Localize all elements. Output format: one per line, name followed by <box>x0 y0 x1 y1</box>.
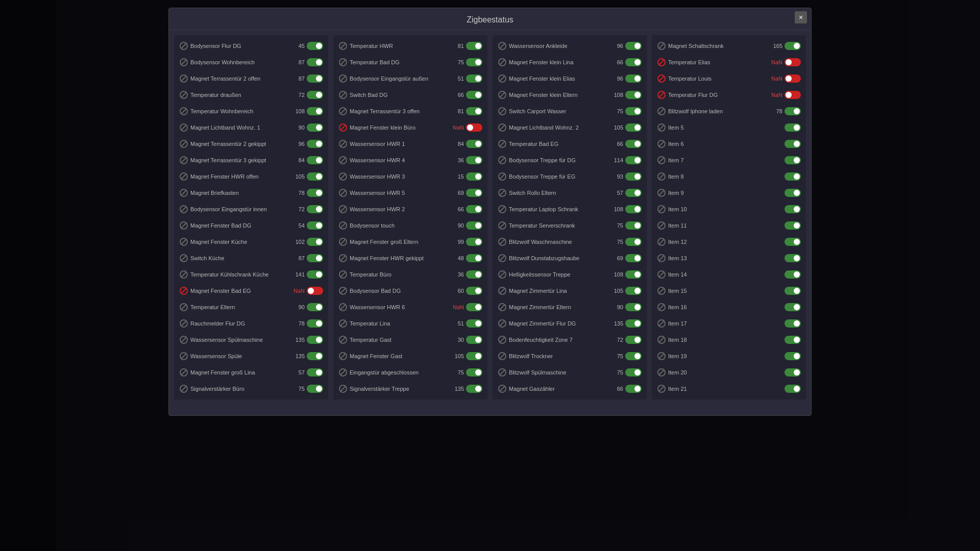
sensor-toggle[interactable] <box>625 254 642 262</box>
sensor-toggle[interactable] <box>466 254 482 262</box>
sensor-toggle[interactable] <box>625 368 642 377</box>
sensor-toggle[interactable] <box>307 123 323 132</box>
sensor-icon <box>498 205 507 214</box>
sensor-toggle[interactable] <box>466 172 482 181</box>
sensor-toggle[interactable] <box>307 58 323 66</box>
sensor-toggle[interactable] <box>307 74 323 83</box>
sensor-toggle[interactable] <box>625 352 642 360</box>
sensor-toggle[interactable] <box>625 287 642 295</box>
sensor-toggle[interactable] <box>466 336 482 344</box>
sensor-toggle[interactable] <box>307 385 323 393</box>
sensor-toggle[interactable] <box>466 58 482 66</box>
sensor-row: Blitzwolf Dunstabzugshaube69 <box>496 251 644 266</box>
sensor-toggle[interactable] <box>625 74 642 83</box>
sensor-value: 66 <box>608 59 623 65</box>
sensor-toggle[interactable] <box>307 172 323 181</box>
sensor-toggle[interactable] <box>466 368 482 377</box>
sensor-toggle[interactable] <box>785 58 801 66</box>
sensor-toggle[interactable] <box>307 287 323 295</box>
sensor-toggle[interactable] <box>625 42 642 50</box>
sensor-toggle[interactable] <box>625 172 642 181</box>
sensor-toggle[interactable] <box>785 368 801 377</box>
sensor-toggle[interactable] <box>307 254 323 262</box>
sensor-toggle[interactable] <box>785 270 801 279</box>
sensor-toggle[interactable] <box>466 91 482 99</box>
sensor-icon <box>657 90 666 99</box>
sensor-row: Temperatur Kühlschrank Küche141 <box>177 267 325 282</box>
sensor-toggle[interactable] <box>785 172 801 181</box>
sensor-toggle[interactable] <box>466 270 482 279</box>
sensor-toggle[interactable] <box>625 336 642 344</box>
sensor-toggle[interactable] <box>625 58 642 66</box>
sensor-toggle[interactable] <box>307 107 323 115</box>
sensor-value: 75 <box>449 59 464 65</box>
sensor-toggle[interactable] <box>466 319 482 328</box>
sensor-icon <box>657 107 666 116</box>
sensor-toggle[interactable] <box>625 270 642 279</box>
sensor-toggle[interactable] <box>625 140 642 148</box>
sensor-toggle[interactable] <box>307 319 323 328</box>
sensor-icon <box>498 270 507 279</box>
sensor-toggle[interactable] <box>785 254 801 262</box>
sensor-toggle[interactable] <box>466 189 482 197</box>
sensor-toggle[interactable] <box>625 91 642 99</box>
sensor-toggle[interactable] <box>466 156 482 164</box>
sensor-toggle[interactable] <box>785 287 801 295</box>
sensor-toggle[interactable] <box>307 42 323 50</box>
sensor-toggle[interactable] <box>466 140 482 148</box>
sensor-toggle[interactable] <box>307 336 323 344</box>
sensor-toggle[interactable] <box>625 205 642 213</box>
sensor-toggle[interactable] <box>466 303 482 311</box>
sensor-toggle[interactable] <box>625 107 642 115</box>
sensor-toggle[interactable] <box>466 123 482 132</box>
sensor-toggle[interactable] <box>466 352 482 360</box>
sensor-toggle[interactable] <box>466 221 482 230</box>
sensor-toggle[interactable] <box>466 74 482 83</box>
sensor-toggle[interactable] <box>625 319 642 328</box>
sensor-toggle[interactable] <box>307 221 323 230</box>
sensor-toggle[interactable] <box>625 156 642 164</box>
sensor-toggle[interactable] <box>625 221 642 230</box>
sensor-toggle[interactable] <box>785 319 801 328</box>
sensor-toggle[interactable] <box>625 238 642 246</box>
sensor-toggle[interactable] <box>307 352 323 360</box>
sensor-toggle[interactable] <box>785 303 801 311</box>
sensor-toggle[interactable] <box>466 42 482 50</box>
sensor-toggle[interactable] <box>785 140 801 148</box>
sensor-toggle[interactable] <box>307 238 323 246</box>
sensor-name: Blitzwolf Dunstabzugshaube <box>509 255 606 261</box>
sensor-toggle[interactable] <box>785 385 801 393</box>
sensor-toggle[interactable] <box>625 303 642 311</box>
sensor-toggle[interactable] <box>785 221 801 230</box>
sensor-toggle[interactable] <box>307 205 323 213</box>
sensor-toggle[interactable] <box>785 107 801 115</box>
sensor-toggle[interactable] <box>785 336 801 344</box>
sensor-toggle[interactable] <box>785 156 801 164</box>
sensor-value: 90 <box>289 304 305 310</box>
sensor-toggle[interactable] <box>466 287 482 295</box>
sensor-toggle[interactable] <box>466 238 482 246</box>
sensor-toggle[interactable] <box>307 189 323 197</box>
sensor-toggle[interactable] <box>307 270 323 279</box>
sensor-toggle[interactable] <box>785 352 801 360</box>
sensor-toggle[interactable] <box>466 107 482 115</box>
sensor-toggle[interactable] <box>307 91 323 99</box>
sensor-toggle[interactable] <box>785 74 801 83</box>
sensor-toggle[interactable] <box>307 303 323 311</box>
close-button[interactable]: × <box>795 11 807 23</box>
sensor-toggle[interactable] <box>307 156 323 164</box>
sensor-toggle[interactable] <box>785 205 801 213</box>
sensor-toggle[interactable] <box>785 42 801 50</box>
sensor-toggle[interactable] <box>466 385 482 393</box>
sensor-toggle[interactable] <box>466 205 482 213</box>
sensor-toggle[interactable] <box>785 189 801 197</box>
sensor-toggle[interactable] <box>307 368 323 377</box>
sensor-toggle[interactable] <box>785 123 801 132</box>
sensor-toggle[interactable] <box>307 140 323 148</box>
sensor-toggle[interactable] <box>785 91 801 99</box>
sensor-toggle[interactable] <box>625 385 642 393</box>
sensor-toggle[interactable] <box>625 189 642 197</box>
sensor-toggle[interactable] <box>625 123 642 132</box>
sensor-toggle[interactable] <box>785 238 801 246</box>
sensor-name: Magnet Fenster groß Eltern <box>350 239 447 245</box>
